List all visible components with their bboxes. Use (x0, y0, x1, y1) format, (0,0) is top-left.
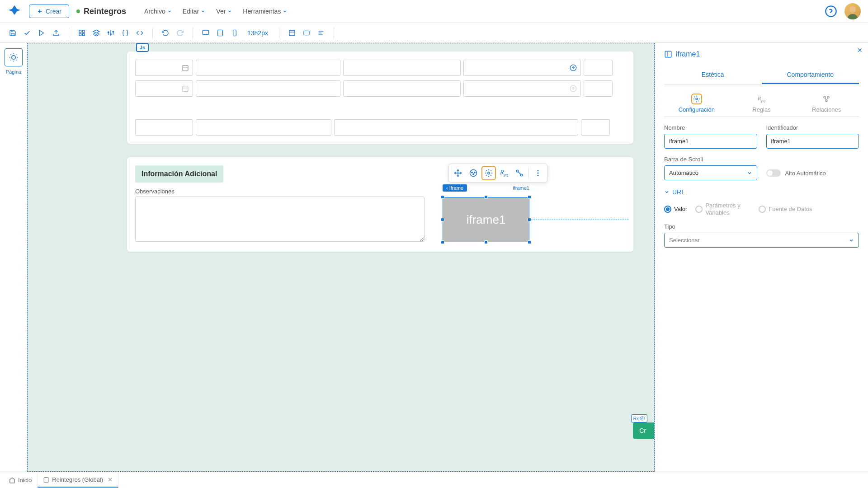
user-avatar[interactable] (844, 3, 861, 19)
align-icon[interactable] (316, 28, 326, 38)
sub-tab-config[interactable]: Configuración (664, 90, 729, 117)
observations-label: Observaciones (135, 188, 425, 195)
sub-tab-relations[interactable]: Relaciones (794, 90, 859, 117)
radio-params[interactable]: Parámetros y Variables (695, 202, 750, 216)
menu-file[interactable]: Archivo (144, 8, 172, 15)
form-cell[interactable] (196, 80, 340, 97)
js-badge[interactable]: Js (136, 43, 149, 52)
tab-reintegros[interactable]: Reintegros (Global) ✕ (38, 473, 118, 488)
form-cell[interactable] (343, 60, 461, 76)
braces-icon[interactable] (120, 28, 131, 38)
form-row (135, 80, 625, 97)
radio-datasource[interactable]: Fuente de Datos (759, 202, 812, 216)
play-icon[interactable] (36, 28, 47, 38)
resize-handle[interactable] (441, 218, 444, 221)
resize-handle[interactable] (528, 195, 531, 199)
iframe-container: R(x) ‹ Iframe iframe1 iframe1 (443, 197, 529, 242)
menu-view[interactable]: Ver (216, 8, 232, 15)
form-cell[interactable] (584, 80, 613, 97)
tablet-icon[interactable] (215, 28, 226, 38)
iframe-element[interactable]: iframe1 (443, 197, 529, 242)
iframe-icon (664, 50, 672, 58)
form-cell[interactable] (581, 119, 610, 136)
svg-marker-2 (39, 30, 43, 36)
chevron-down-icon (283, 9, 287, 14)
id-input[interactable] (766, 134, 859, 149)
tab-home[interactable]: Inicio (4, 473, 38, 487)
name-label: Nombre (664, 124, 757, 131)
layers-icon[interactable] (91, 28, 102, 38)
toolbar-divider (69, 28, 69, 38)
palette-icon[interactable] (466, 166, 481, 180)
name-input[interactable] (664, 134, 757, 149)
resize-handle[interactable] (441, 195, 444, 199)
mobile-icon[interactable] (229, 28, 240, 38)
form-cell[interactable] (463, 80, 581, 97)
resize-handle[interactable] (441, 240, 444, 244)
form-cell[interactable] (334, 119, 578, 136)
auto-height-toggle[interactable] (766, 169, 781, 177)
form-cell[interactable] (584, 60, 613, 76)
relations-icon[interactable] (512, 166, 527, 180)
layout-icon[interactable] (287, 28, 297, 38)
undo-icon[interactable] (160, 28, 171, 38)
app-logo[interactable] (7, 4, 22, 19)
form-cell[interactable] (463, 60, 581, 76)
menu-edit[interactable]: Editar (183, 8, 206, 15)
form-cell[interactable] (135, 60, 193, 76)
resize-handle[interactable] (484, 240, 488, 244)
chevron-down-icon (664, 189, 670, 195)
form-cell[interactable] (135, 119, 193, 136)
gear-icon[interactable] (481, 166, 496, 180)
page-icon (43, 477, 49, 483)
resize-handle[interactable] (484, 195, 488, 199)
redo-icon[interactable] (175, 28, 185, 38)
form-cell[interactable] (343, 80, 461, 97)
rx-badge[interactable]: Rx (631, 414, 647, 422)
grid-icon[interactable] (76, 28, 87, 38)
menu-tools[interactable]: Herramientas (243, 8, 287, 15)
more-icon[interactable] (531, 166, 545, 180)
check-icon[interactable] (22, 28, 33, 38)
sub-tab-rules[interactable]: R(x) Reglas (729, 90, 794, 117)
page-title-group: Reintegros (76, 7, 126, 16)
svg-rect-3 (79, 30, 81, 33)
field-row: Barra de Scroll Automático Alto Automáti… (664, 156, 859, 180)
form-cell[interactable] (196, 119, 331, 136)
tab-aesthetics[interactable]: Estética (664, 66, 762, 84)
url-section-header[interactable]: URL (664, 188, 859, 196)
green-action-button[interactable]: Cr (633, 422, 654, 439)
svg-point-1 (849, 6, 856, 13)
panel-icon[interactable] (301, 28, 312, 38)
page-button[interactable] (5, 48, 23, 66)
settings-icon[interactable] (105, 28, 116, 38)
rules-icon: R(x) (756, 94, 767, 104)
move-icon[interactable] (451, 166, 465, 180)
radio-value[interactable]: Valor (664, 202, 687, 216)
form-cell[interactable] (135, 80, 193, 97)
scrollbar-select[interactable]: Automático (664, 165, 757, 180)
home-icon (9, 477, 15, 483)
rules-icon[interactable]: R(x) (497, 166, 511, 180)
close-icon[interactable]: ✕ (857, 47, 863, 54)
observations-input[interactable] (135, 197, 425, 242)
create-button[interactable]: Crear (29, 5, 69, 18)
help-icon[interactable] (825, 5, 837, 18)
iframe-floating-toolbar: R(x) (448, 164, 547, 183)
svg-rect-13 (233, 30, 236, 36)
desktop-icon[interactable] (200, 28, 211, 38)
iframe-breadcrumb[interactable]: ‹ Iframe (443, 184, 467, 192)
code-icon[interactable] (134, 28, 145, 38)
canvas-area[interactable]: Js (27, 43, 655, 472)
close-tab-icon[interactable]: ✕ (108, 476, 113, 483)
chevron-down-icon (167, 9, 172, 14)
resize-handle[interactable] (528, 240, 531, 244)
form-cell[interactable] (196, 60, 340, 76)
svg-point-30 (472, 172, 472, 173)
upload-icon (570, 64, 577, 71)
svg-rect-21 (183, 66, 188, 71)
export-icon[interactable] (51, 28, 61, 38)
type-select[interactable]: Seleccionar (664, 233, 859, 248)
save-icon[interactable] (7, 28, 18, 38)
tab-behavior[interactable]: Comportamiento (762, 66, 859, 84)
